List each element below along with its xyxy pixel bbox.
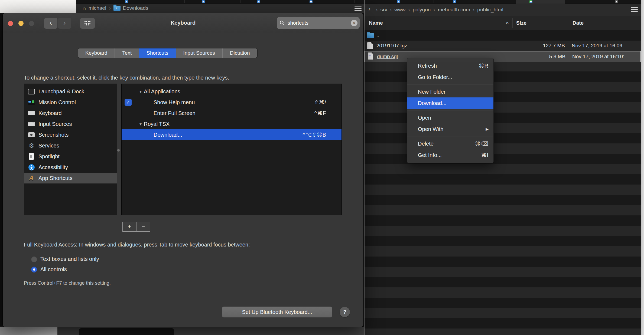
sort-ascending-icon[interactable]: ^ — [506, 21, 509, 26]
context-menu-item-open[interactable]: Open — [407, 112, 493, 123]
category-keyboard[interactable]: Keyboard — [24, 108, 117, 119]
connection-tab-icon[interactable] — [125, 0, 128, 3]
column-header-name[interactable]: Name — [369, 20, 383, 26]
downloads-folder-icon[interactable] — [113, 6, 121, 11]
left-pane-path-bar: ⌂ michael › Downloads — [76, 4, 364, 13]
active-connection-tab-icon[interactable] — [529, 0, 532, 3]
context-menu-item-refresh[interactable]: Refresh ⌘R — [407, 60, 493, 71]
menu-separator — [407, 136, 493, 136]
breadcrumb-user[interactable]: michael — [89, 5, 106, 11]
right-pane-tab-bar[interactable] — [365, 0, 641, 4]
radio-row-all-controls[interactable]: All controls — [31, 266, 67, 272]
shortcut-group-royal-tsx[interactable]: ▾ Royal TSX — [122, 119, 341, 129]
help-button[interactable]: ? — [340, 307, 350, 317]
shortcut-group-all-applications[interactable]: ▾ All Applications — [122, 86, 341, 97]
menu-label: Refresh — [418, 63, 437, 69]
remove-shortcut-button[interactable]: − — [136, 222, 150, 232]
path-separator: › — [473, 7, 474, 13]
category-launchpad-dock[interactable]: Launchpad & Dock — [24, 86, 117, 97]
category-label: Mission Control — [38, 99, 76, 106]
checkbox-checked[interactable]: ✓ — [125, 99, 132, 106]
forward-button[interactable]: › — [58, 18, 71, 29]
preference-tabs: Keyboard Text Shortcuts Input Sources Di… — [78, 48, 258, 58]
tab-keyboard[interactable]: Keyboard — [78, 48, 115, 58]
file-row-parent-dir[interactable]: .. — [365, 30, 641, 41]
tab-shortcuts[interactable]: Shortcuts — [139, 48, 176, 58]
menu-shortcut: ⌘I — [481, 152, 489, 158]
window-title: Keyboard — [111, 20, 255, 26]
menu-label: New Folder — [418, 89, 445, 95]
path-segment[interactable]: mehealth.com — [438, 7, 470, 13]
context-menu-item-open-with[interactable]: Open With ▶ — [407, 123, 493, 135]
column-header-date[interactable]: Date — [573, 20, 584, 26]
setup-bluetooth-keyboard-button[interactable]: Set Up Bluetooth Keyboard... — [222, 307, 332, 317]
shortcut-keys: ^⌘F — [314, 110, 341, 116]
breadcrumb-folder[interactable]: Downloads — [123, 5, 148, 11]
file-panel-menu-icon[interactable] — [631, 7, 638, 12]
category-app-shortcuts-selected[interactable]: A App Shortcuts — [24, 173, 117, 183]
search-field[interactable]: ✕ — [277, 17, 360, 29]
file-date: Nov 17, 2019 at 16:10:... — [572, 54, 629, 60]
left-pane-tab-bar[interactable] — [76, 0, 364, 4]
menu-shortcut: ⌘R — [479, 63, 489, 69]
shortcut-row-show-help-menu[interactable]: ✓ Show Help menu ⇧⌘/ — [122, 97, 341, 108]
path-segment[interactable]: www — [394, 7, 405, 13]
add-shortcut-button[interactable]: + — [122, 222, 136, 232]
context-menu-item-new-folder[interactable]: New Folder — [407, 86, 493, 97]
connection-tab-icon[interactable] — [310, 0, 313, 3]
category-accessibility[interactable]: Accessibility — [24, 162, 117, 173]
divider-handle[interactable] — [117, 149, 120, 152]
show-all-button[interactable] — [80, 18, 95, 29]
category-mission-control[interactable]: Mission Control — [24, 97, 117, 108]
category-input-sources[interactable]: Input Sources — [24, 119, 117, 129]
zoom-button-disabled[interactable] — [29, 21, 34, 26]
context-menu-item-go-to-folder[interactable]: Go to Folder... — [407, 71, 493, 83]
connection-tab-icon[interactable] — [615, 0, 618, 3]
disclosure-triangle-icon[interactable]: ▾ — [139, 121, 142, 127]
column-header-size[interactable]: Size — [516, 20, 526, 26]
minimize-button[interactable] — [18, 21, 24, 26]
category-services[interactable]: ⚙ Services — [24, 140, 117, 151]
shortcut-row-enter-full-screen[interactable]: Enter Full Screen ^⌘F — [122, 108, 341, 119]
category-spotlight[interactable]: Spotlight — [24, 151, 117, 162]
path-segment[interactable]: public_html — [477, 7, 503, 13]
shortcut-row-download-selected[interactable]: Download... ^⌥⇧⌘B — [122, 129, 341, 140]
context-menu-item-download-highlighted[interactable]: Download... — [407, 97, 493, 109]
file-row-selected[interactable]: dump.sql 5.8 MB Nov 17, 2019 at 16:10:..… — [365, 51, 641, 62]
left-pane-menu-icon[interactable] — [354, 6, 362, 11]
category-label: App Shortcuts — [38, 175, 73, 181]
connection-tab-icon[interactable] — [397, 0, 400, 3]
clear-search-icon[interactable]: ✕ — [351, 20, 357, 26]
menu-label: Go to Folder... — [418, 74, 452, 80]
path-segment[interactable]: srv — [380, 7, 387, 13]
path-root[interactable]: / — [369, 7, 370, 13]
radio-row-text-boxes[interactable]: Text boxes and lists only — [31, 256, 99, 262]
shortcut-list: ▾ All Applications ✓ Show Help menu ⇧⌘/ … — [121, 84, 342, 215]
tab-dictation[interactable]: Dictation — [223, 48, 257, 58]
file-row[interactable]: 20191107.tgz 127.7 MB Nov 17, 2019 at 16… — [365, 41, 641, 51]
menu-label: Download... — [418, 100, 447, 106]
home-icon[interactable]: ⌂ — [83, 5, 86, 11]
mission-control-icon — [28, 99, 35, 106]
context-menu-item-get-info[interactable]: Get Info... ⌘I — [407, 149, 493, 161]
category-screenshots[interactable]: Screenshots — [24, 129, 117, 140]
radio-on-icon[interactable] — [31, 267, 37, 272]
disclosure-triangle-icon[interactable]: ▾ — [139, 89, 142, 94]
close-button[interactable] — [8, 21, 13, 26]
submenu-arrow-icon: ▶ — [486, 127, 489, 131]
search-input[interactable] — [287, 20, 345, 26]
radio-off-icon[interactable] — [31, 256, 37, 262]
context-menu-item-delete[interactable]: Delete ⌘⌫ — [407, 138, 493, 149]
path-segment[interactable]: polygon — [413, 7, 431, 13]
file-size: 127.7 MB — [457, 43, 565, 49]
tab-text[interactable]: Text — [115, 48, 139, 58]
connection-tab-icon[interactable] — [202, 0, 205, 3]
search-icon — [279, 20, 285, 26]
connection-tab-icon[interactable] — [453, 0, 456, 3]
group-label: All Applications — [144, 88, 180, 95]
connection-tab-icon[interactable] — [257, 0, 260, 3]
tab-input-sources[interactable]: Input Sources — [176, 48, 222, 58]
title-bar[interactable]: ‹ › Keyboard ✕ — [3, 13, 363, 33]
back-button[interactable]: ‹ — [44, 18, 57, 29]
folder-icon — [367, 33, 374, 38]
